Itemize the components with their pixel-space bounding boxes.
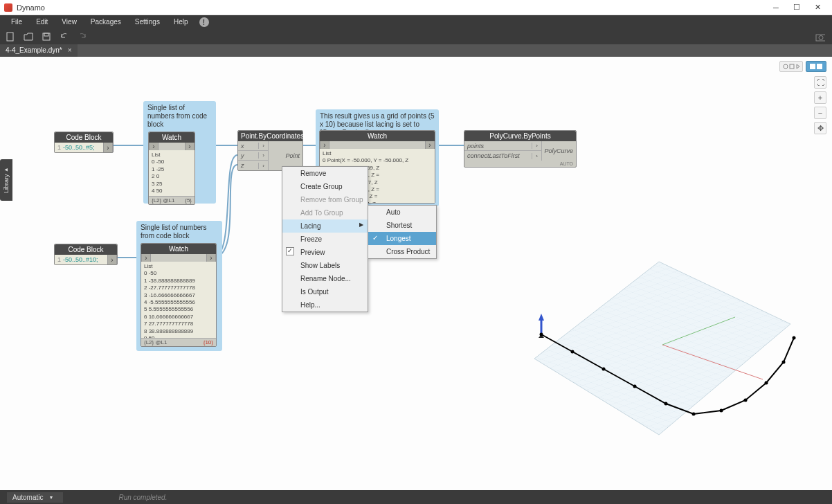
group-title: Single list of numbers from code block xyxy=(143,101,216,132)
status-bar: Automatic▼ Run completed. xyxy=(0,490,832,504)
undo-icon[interactable] xyxy=(60,32,69,42)
cm-add-to-group: Add To Group xyxy=(282,206,368,219)
node-polycurve-by-points[interactable]: PolyCurve.ByPoints points› connectLastTo… xyxy=(464,130,577,168)
output-port[interactable]: › xyxy=(206,254,216,262)
watch-output: List 0 -50 1 -25 2 0 3 25 4 50 xyxy=(149,150,195,196)
view-mode-icons[interactable] xyxy=(779,61,803,72)
close-button[interactable]: ✕ xyxy=(807,1,828,15)
node-title: Watch xyxy=(141,244,216,254)
svg-point-4 xyxy=(819,36,823,40)
input-z[interactable]: z xyxy=(238,162,258,169)
minimize-button[interactable]: ─ xyxy=(766,1,786,15)
svg-point-16 xyxy=(540,333,543,336)
maximize-button[interactable]: ☐ xyxy=(786,1,807,15)
cm-preview[interactable]: ✓Preview xyxy=(282,246,368,259)
node-code-block-1[interactable]: Code Block 1-50..50..#5; › xyxy=(54,132,114,153)
svg-rect-2 xyxy=(44,33,48,36)
cm-create-group[interactable]: Create Group xyxy=(282,180,368,193)
zoom-out-button[interactable]: − xyxy=(814,107,826,119)
lacing-indicator: AUTO xyxy=(464,161,576,167)
output-port[interactable]: › xyxy=(185,143,195,150)
document-tab-label: 4-4_Example.dyn* xyxy=(6,44,62,57)
node-title: Watch xyxy=(149,132,195,143)
code-input[interactable]: 1-50..50..#10; xyxy=(55,255,107,264)
info-icon[interactable]: ! xyxy=(199,17,209,27)
menu-help[interactable]: Help xyxy=(167,15,195,29)
status-message: Run completed. xyxy=(118,494,167,501)
lacing-shortest[interactable]: Shortest xyxy=(368,219,436,232)
window-title: Dynamo xyxy=(17,3,766,12)
svg-rect-8 xyxy=(817,64,822,69)
svg-rect-0 xyxy=(7,33,13,41)
input-port[interactable]: › xyxy=(141,254,151,262)
node-code-block-2[interactable]: Code Block 1-50..50..#10; › xyxy=(54,244,118,265)
menu-edit[interactable]: Edit xyxy=(29,15,55,29)
output-port[interactable]: › xyxy=(103,143,113,152)
menu-view[interactable]: View xyxy=(55,15,84,29)
redo-icon[interactable] xyxy=(78,32,87,42)
cm-lacing[interactable]: Lacing▶ xyxy=(282,219,368,233)
run-mode-dropdown[interactable]: Automatic▼ xyxy=(7,492,63,503)
cm-remove-from-group: Remove from Group xyxy=(282,193,368,206)
view-toggle-split[interactable] xyxy=(806,61,826,72)
svg-rect-6 xyxy=(790,64,794,69)
output-port[interactable]: › xyxy=(425,141,435,149)
svg-point-5 xyxy=(784,64,788,69)
menu-file[interactable]: File xyxy=(4,15,29,29)
cm-remove[interactable]: Remove xyxy=(282,167,368,180)
group-title: Single list of numbers from code block xyxy=(136,221,222,243)
lacing-auto[interactable]: Auto xyxy=(368,206,436,219)
camera-icon[interactable] xyxy=(815,32,825,42)
svg-point-19 xyxy=(633,385,637,388)
input-y[interactable]: y xyxy=(238,152,258,159)
code-input[interactable]: 1-50..50..#5; xyxy=(55,143,103,152)
menu-packages[interactable]: Packages xyxy=(84,15,128,29)
cm-show-labels[interactable]: Show Labels xyxy=(282,259,368,272)
zoom-in-button[interactable]: + xyxy=(814,91,826,104)
input-port[interactable]: › xyxy=(149,143,159,150)
geometry-preview[interactable] xyxy=(500,234,804,462)
input-x[interactable]: x xyxy=(238,143,258,150)
cm-is-output[interactable]: Is Output xyxy=(282,285,368,298)
open-file-icon[interactable] xyxy=(24,32,33,42)
canvas[interactable]: Library ▸ ⛶ + − ✥ Single list of numbers… xyxy=(0,57,832,490)
input-connect-last[interactable]: connectLastToFirst xyxy=(464,152,532,159)
output-polycurve[interactable]: PolyCurve xyxy=(541,141,576,161)
node-title: Code Block xyxy=(55,132,113,143)
svg-point-17 xyxy=(571,350,575,354)
svg-point-22 xyxy=(720,409,723,413)
lacing-submenu: Auto Shortest ✓Longest Cross Product xyxy=(368,205,437,259)
lacing-longest[interactable]: ✓Longest xyxy=(368,232,436,245)
svg-marker-10 xyxy=(534,262,790,435)
node-watch-2[interactable]: Watch ›› List 0 -50 1 -38.888888888889 2… xyxy=(141,243,217,347)
menu-settings[interactable]: Settings xyxy=(128,15,167,29)
cm-freeze[interactable]: Freeze xyxy=(282,233,368,246)
svg-point-26 xyxy=(793,336,796,340)
svg-point-21 xyxy=(692,413,696,416)
document-tab-bar: 4-4_Example.dyn* × xyxy=(0,44,832,57)
svg-point-20 xyxy=(664,402,668,406)
node-title: Code Block xyxy=(55,244,117,255)
document-tab[interactable]: 4-4_Example.dyn* × xyxy=(0,44,78,57)
cm-help[interactable]: Help... xyxy=(282,298,368,312)
output-port[interactable]: › xyxy=(107,255,117,264)
title-bar: Dynamo ─ ☐ ✕ xyxy=(0,0,832,15)
close-tab-icon[interactable]: × xyxy=(68,44,72,57)
library-panel-tab[interactable]: Library ▸ xyxy=(0,159,12,201)
node-point-by-coordinates[interactable]: Point.ByCoordinates x› y› z› Point xyxy=(237,130,303,171)
input-points[interactable]: points xyxy=(464,143,532,150)
app-logo-icon xyxy=(4,3,12,12)
node-title: Watch xyxy=(320,131,435,141)
svg-point-25 xyxy=(782,361,786,364)
lacing-cross-product[interactable]: Cross Product xyxy=(368,245,436,258)
pan-button[interactable]: ✥ xyxy=(814,122,826,134)
save-file-icon[interactable] xyxy=(42,32,51,42)
menu-bar: File Edit View Packages Settings Help ! xyxy=(0,15,832,29)
new-file-icon[interactable] xyxy=(6,32,15,42)
zoom-fit-button[interactable]: ⛶ xyxy=(814,76,826,89)
input-port[interactable]: › xyxy=(320,141,329,149)
node-title: PolyCurve.ByPoints xyxy=(464,131,576,141)
toolbar xyxy=(0,29,832,44)
node-watch-1[interactable]: Watch ›› List 0 -50 1 -25 2 0 3 25 4 50 … xyxy=(148,132,195,205)
cm-rename-node[interactable]: Rename Node... xyxy=(282,272,368,285)
